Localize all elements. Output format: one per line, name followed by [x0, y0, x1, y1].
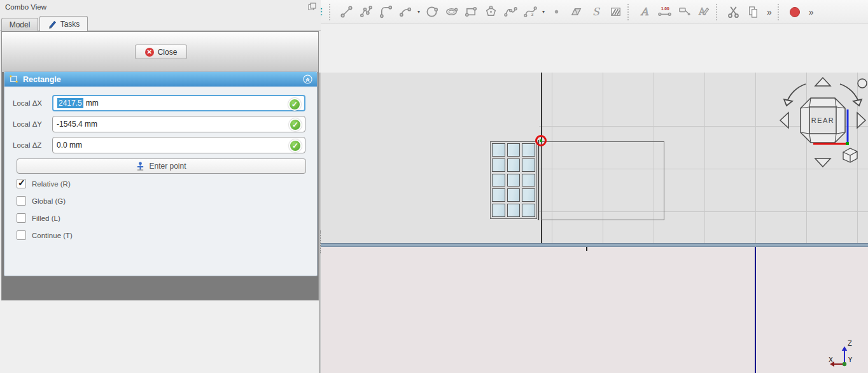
nav-cube-face-label: REAR	[811, 116, 835, 124]
combo-view-tabbar: Model Tasks	[0, 15, 321, 31]
tasks-panel: ✕ Close Rectangle Local ΔX 2417.5mm Loca…	[1, 31, 319, 300]
bspline-icon[interactable]	[501, 3, 521, 22]
annotation-styles-icon[interactable]: A	[694, 3, 714, 22]
filled-checkbox[interactable]	[17, 213, 26, 223]
nav-circle-button[interactable]	[858, 79, 867, 88]
tilt-left-arrow[interactable]	[780, 113, 788, 128]
enter-point-button[interactable]: Enter point	[17, 158, 306, 174]
overflow-chevron-2[interactable]: »	[809, 7, 814, 17]
dimension-icon[interactable]: 1.00	[655, 3, 675, 22]
tilt-up-arrow[interactable]	[815, 78, 830, 86]
shapestring-icon[interactable]: S	[586, 3, 606, 22]
arc-dropdown[interactable]: ▾	[416, 9, 422, 15]
close-icon: ✕	[145, 48, 154, 57]
z-axis-label: Z	[848, 340, 852, 347]
toolbar-grip[interactable]	[627, 4, 631, 20]
checkbox-global[interactable]: Global (G)	[17, 195, 66, 206]
dx-valid-icon	[288, 98, 301, 111]
polyline-icon[interactable]	[356, 3, 376, 22]
cut-icon[interactable]	[724, 3, 743, 22]
filled-label: Filled (L)	[32, 215, 60, 222]
overflow-chevron[interactable]: »	[767, 7, 772, 17]
rectangle-section-title: Rectangle	[23, 75, 61, 84]
enter-point-icon	[136, 162, 144, 171]
close-task-button[interactable]: ✕ Close	[135, 45, 187, 59]
axis-triad: Z X Y	[827, 336, 865, 372]
dz-input[interactable]: 0.0 mm	[52, 137, 305, 153]
snap-point-marker	[535, 135, 547, 146]
arc-icon[interactable]	[396, 3, 416, 22]
ellipse-icon[interactable]	[442, 3, 461, 22]
point-icon[interactable]	[547, 3, 566, 22]
bezier-dropdown[interactable]: ▾	[540, 9, 547, 15]
bezier-icon[interactable]: 3	[521, 3, 540, 22]
dx-label: Local ΔX	[13, 99, 42, 107]
tasks-pen-icon	[48, 19, 57, 29]
text-icon[interactable]: A	[635, 3, 655, 22]
nav-mini-cube-icon[interactable]	[843, 148, 857, 162]
dy-valid-icon	[289, 118, 302, 131]
record-macro-icon[interactable]	[785, 3, 805, 22]
y-axis-label: Y	[848, 356, 853, 363]
grid-line-vertical	[755, 73, 756, 243]
label-icon[interactable]	[675, 3, 694, 22]
combo-view-title: Combo View	[5, 3, 46, 11]
dz-value: 0.0 mm	[57, 141, 82, 150]
svg-text:A: A	[640, 6, 649, 18]
rectangle-section-header[interactable]: Rectangle	[4, 72, 317, 87]
checkbox-continue[interactable]: Continue (T)	[17, 230, 73, 241]
below-ground-region	[321, 247, 868, 373]
global-checkbox[interactable]	[17, 196, 26, 206]
window-object[interactable]	[490, 141, 537, 219]
collapse-section-icon[interactable]	[303, 74, 312, 84]
field-row-dy: Local ΔY -1545.4 mm	[4, 116, 317, 134]
continue-label: Continue (T)	[32, 232, 73, 239]
rectangle-icon[interactable]	[461, 3, 481, 22]
checkbox-filled[interactable]: Filled (L)	[17, 213, 60, 223]
hatch-icon[interactable]	[606, 3, 626, 22]
tilt-right-arrow[interactable]	[857, 113, 865, 128]
continue-checkbox[interactable]	[17, 230, 26, 240]
facebinder-icon[interactable]	[566, 3, 586, 22]
3d-viewport[interactable]: REAR Z X Y	[321, 73, 868, 373]
navigation-cube[interactable]: REAR	[778, 75, 868, 169]
tilt-down-arrow[interactable]	[815, 158, 830, 167]
rectangle-task-section: Rectangle Local ΔX 2417.5mm Local ΔY -15…	[4, 71, 318, 276]
rectangle-task-icon	[9, 74, 18, 84]
tab-tasks[interactable]: Tasks	[39, 16, 88, 32]
line-icon[interactable]	[337, 3, 356, 22]
toolbar-grip[interactable]	[716, 4, 720, 20]
rubber-band-rectangle	[541, 141, 664, 220]
dx-unit: mm	[86, 99, 99, 108]
global-label: Global (G)	[32, 197, 66, 205]
relative-label: Relative (R)	[32, 180, 71, 188]
combo-view-panel: Combo View Model Tasks ✕ Close Rectangle…	[0, 0, 321, 300]
x-axis-label: X	[829, 356, 833, 363]
dy-value: -1545.4 mm	[57, 120, 97, 129]
svg-text:S: S	[592, 6, 601, 18]
dy-input[interactable]: -1545.4 mm	[52, 116, 305, 132]
dy-label: Local ΔY	[13, 120, 42, 128]
window-jamb-edge-2	[540, 140, 540, 220]
field-row-dz: Local ΔZ 0.0 mm	[4, 137, 317, 155]
tab-model[interactable]: Model	[1, 18, 38, 31]
grid-line-vertical	[704, 73, 705, 243]
dx-selected-value: 2417.5	[57, 98, 83, 108]
relative-checkbox[interactable]	[17, 179, 26, 188]
polygon-icon[interactable]	[481, 3, 501, 22]
axis-tick	[586, 247, 587, 251]
svg-text:1.00: 1.00	[661, 6, 669, 11]
toolbar-grip[interactable]	[329, 4, 333, 20]
svg-text:3: 3	[531, 12, 533, 17]
paste-icon[interactable]	[743, 3, 763, 22]
nav-cube-origin	[846, 142, 849, 145]
blue-axis-line	[755, 247, 756, 373]
dx-input[interactable]: 2417.5mm	[52, 95, 305, 111]
window-jamb-edge	[538, 140, 539, 220]
checkbox-relative[interactable]: Relative (R)	[17, 178, 71, 189]
toolbar-grip[interactable]	[778, 4, 781, 20]
float-panel-icon[interactable]	[308, 3, 316, 11]
circle-icon[interactable]	[422, 3, 442, 22]
fillet-icon[interactable]	[376, 3, 396, 22]
dz-valid-icon	[289, 139, 302, 152]
